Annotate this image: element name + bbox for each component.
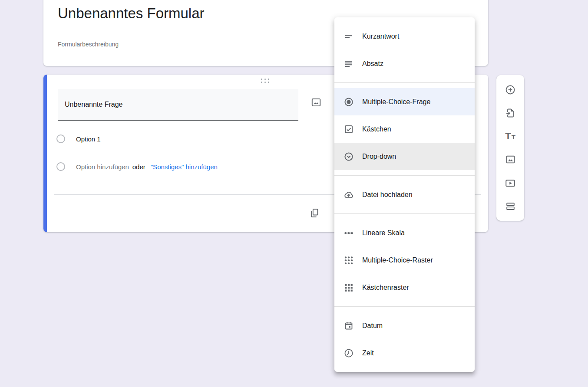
- menu-item-label: Multiple-Choice-Frage: [362, 98, 430, 106]
- image-icon: [311, 97, 322, 108]
- form-description[interactable]: Formularbeschreibung: [58, 41, 119, 48]
- option-row: Option 1: [56, 134, 101, 143]
- menu-item-label: Kurzantwort: [362, 33, 399, 40]
- add-section-button[interactable]: [502, 197, 519, 215]
- cloud-upload-icon: [344, 190, 354, 200]
- menu-item-time[interactable]: Zeit: [334, 339, 475, 367]
- short-answer-icon: [344, 31, 354, 42]
- option-1-label[interactable]: Option 1: [76, 135, 101, 143]
- radio-circle-icon: [56, 134, 65, 143]
- menu-item-file-upload[interactable]: Datei hochladen: [334, 181, 475, 208]
- menu-item-label: Lineare Skala: [362, 229, 405, 237]
- menu-item-dropdown[interactable]: Drop-down: [334, 143, 475, 170]
- add-image-to-question-button[interactable]: [310, 96, 322, 108]
- menu-item-paragraph[interactable]: Absatz: [334, 50, 475, 77]
- form-title[interactable]: Unbenanntes Formular: [58, 5, 205, 22]
- add-question-button[interactable]: [502, 81, 519, 98]
- radio-button-icon: [344, 97, 354, 107]
- checkbox-icon: [344, 124, 354, 134]
- text-title-icon: TT: [505, 131, 515, 142]
- checkbox-grid-icon: [344, 282, 354, 293]
- drag-dots-icon[interactable]: [261, 79, 269, 83]
- add-option-button[interactable]: Option hinzufügen: [76, 163, 129, 171]
- menu-item-label: Kästchenraster: [362, 284, 409, 292]
- import-questions-icon: [505, 108, 516, 118]
- menu-item-multiple-choice-grid[interactable]: Multiple-Choice-Raster: [334, 246, 475, 274]
- menu-item-multiple-choice[interactable]: Multiple-Choice-Frage: [334, 88, 475, 115]
- menu-item-label: Datum: [362, 322, 383, 330]
- add-video-button[interactable]: [502, 174, 519, 192]
- menu-item-label: Datei hochladen: [362, 191, 413, 199]
- editor-side-toolbar: TT: [496, 75, 524, 221]
- menu-item-label: Kästchen: [362, 125, 391, 133]
- menu-item-linear-scale[interactable]: Lineare Skala: [334, 219, 475, 246]
- add-option-row: Option hinzufügen oder "Sonstiges" hinzu…: [56, 162, 218, 171]
- add-title-description-button[interactable]: TT: [502, 128, 519, 145]
- menu-item-checkboxes[interactable]: Kästchen: [334, 115, 475, 143]
- add-other-option-link[interactable]: "Sonstiges" hinzufügen: [151, 163, 218, 171]
- duplicate-question-button[interactable]: [307, 206, 321, 220]
- menu-item-short-answer[interactable]: Kurzantwort: [334, 23, 475, 50]
- menu-group-scale-grid: Lineare Skala Multiple-Choice-Raster: [334, 214, 475, 306]
- menu-item-label: Absatz: [362, 60, 383, 68]
- menu-group-text: Kurzantwort Absatz: [334, 17, 475, 82]
- video-icon: [505, 177, 516, 189]
- google-forms-editor: Unbenanntes Formular Formularbeschreibun…: [0, 0, 588, 387]
- add-circle-icon: [505, 84, 516, 95]
- section-icon: [505, 201, 516, 212]
- image-icon: [505, 154, 516, 165]
- radio-circle-icon: [56, 162, 65, 171]
- selected-question-accent-bar: [43, 75, 47, 232]
- linear-scale-icon: [344, 228, 354, 238]
- clock-icon: [344, 348, 354, 358]
- menu-item-label: Multiple-Choice-Raster: [362, 256, 433, 264]
- import-questions-button[interactable]: [502, 104, 519, 121]
- add-image-button[interactable]: [502, 151, 519, 168]
- copy-icon: [309, 208, 320, 218]
- menu-item-checkbox-grid[interactable]: Kästchenraster: [334, 274, 475, 301]
- or-label: oder: [132, 163, 145, 171]
- menu-item-label: Drop-down: [362, 153, 396, 161]
- question-type-menu: Kurzantwort Absatz M: [334, 17, 475, 372]
- calendar-icon: [344, 321, 354, 331]
- question-title-input[interactable]: Unbenannte Frage: [58, 89, 298, 121]
- menu-group-choice: Multiple-Choice-Frage Kästchen: [334, 83, 475, 175]
- radio-grid-icon: [344, 255, 354, 266]
- menu-item-date[interactable]: Datum: [334, 312, 475, 339]
- dropdown-circle-icon: [344, 151, 354, 162]
- menu-group-upload: Datei hochladen: [334, 176, 475, 213]
- menu-group-datetime: Datum Zeit: [334, 307, 475, 372]
- paragraph-icon: [344, 59, 354, 69]
- menu-item-label: Zeit: [362, 349, 374, 357]
